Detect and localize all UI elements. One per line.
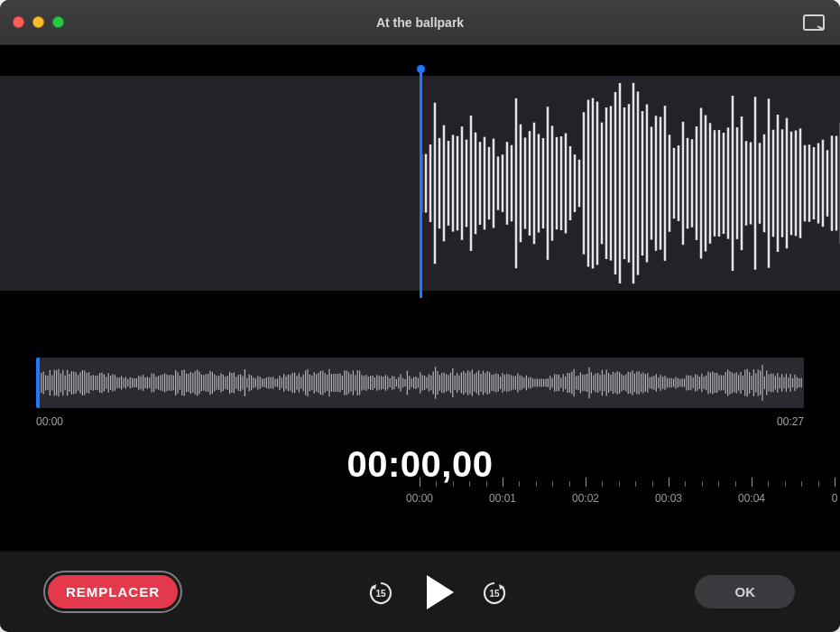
voice-memos-edit-window: At the ballpark 00:0000:0100:0200:0300:0… (0, 0, 840, 632)
playback-controls: 15 15 (367, 575, 508, 609)
close-window-button[interactable] (13, 16, 24, 28)
svg-text:15: 15 (376, 589, 387, 599)
overview-start-time: 00:00 (36, 415, 63, 428)
skip-forward-15-icon: 15 (481, 579, 508, 606)
ok-button[interactable]: OK (695, 575, 795, 609)
play-button[interactable] (427, 575, 454, 609)
skip-back-button[interactable]: 15 (367, 579, 394, 606)
fullscreen-window-button[interactable] (52, 16, 64, 28)
minimize-window-button[interactable] (32, 16, 44, 28)
main-time-ruler: 00:0000:0100:0200:0300:040 (420, 487, 840, 510)
main-waveform (420, 76, 840, 291)
traffic-lights (13, 16, 64, 28)
overview-waveform (36, 358, 804, 408)
window-title: At the ballpark (0, 15, 840, 30)
trim-button[interactable] (800, 13, 827, 33)
svg-text:15: 15 (490, 589, 501, 599)
overview-waveform-track[interactable] (36, 358, 804, 408)
overview-area: 00:00 00:27 (36, 358, 804, 428)
main-waveform-area[interactable] (0, 56, 840, 298)
bottom-toolbar: REMPLACER 15 15 OK (0, 551, 840, 632)
overview-end-time: 00:27 (777, 415, 804, 428)
editor-content: 00:0000:0100:0200:0300:040 00:00 00:27 0… (0, 56, 840, 485)
skip-back-15-icon: 15 (367, 579, 394, 606)
trim-icon (803, 14, 825, 31)
replace-button[interactable]: REMPLACER (45, 572, 180, 611)
skip-forward-button[interactable]: 15 (481, 579, 508, 606)
overview-playhead[interactable] (36, 358, 40, 408)
titlebar: At the ballpark (0, 0, 840, 45)
